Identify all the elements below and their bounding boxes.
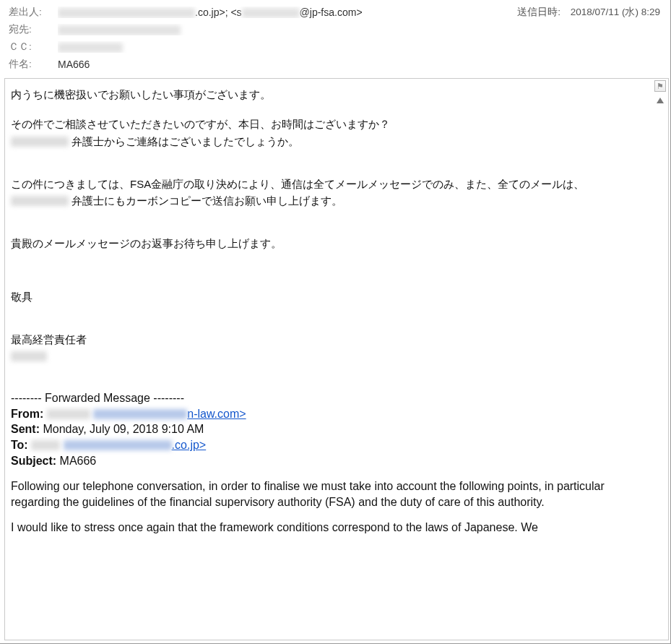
forwarded-body: Following our telephone conversation, in… xyxy=(11,478,645,536)
body-line: 最高経営責任者 xyxy=(11,331,645,348)
subject-label: 件名: xyxy=(9,58,58,71)
sent-block: 送信日時: 2018/07/11 (水) 8:29 xyxy=(517,6,662,19)
cc-value xyxy=(58,41,662,53)
body-line: 内うちに機密扱いでお願いしたい事項がございます。 xyxy=(11,86,645,103)
from-domain-2: @jp-fsa.com> xyxy=(300,7,363,18)
sent-label: 送信日時: xyxy=(517,7,560,17)
body-line: 弁護士にもカーボンコピーで送信お願い申し上げます。 xyxy=(11,192,645,209)
forwarded-subject-line: Subject: MA666 xyxy=(11,453,645,469)
email-body-scroll[interactable]: 内うちに機密扱いでお願いしたい事項がございます。 その件でご相談させていただきた… xyxy=(5,79,652,640)
forwarded-to-line: To: .co.jp> xyxy=(11,437,645,453)
body-line: 敬具 xyxy=(11,288,645,305)
forwarded-from-link[interactable]: n-law.com> xyxy=(93,408,246,420)
email-body-text: 内うちに機密扱いでお願いしたい事項がございます。 その件でご相談させていただきた… xyxy=(11,86,645,536)
body-line: 弁護士からご連絡はございましたでしょうか。 xyxy=(11,133,645,150)
scroll-up-icon[interactable] xyxy=(657,98,664,103)
forwarded-sent-line: Sent: Monday, July 09, 2018 9:10 AM xyxy=(11,421,645,437)
body-line: この件につきましては、FSA金融庁の取り決めにより、通信は全てメールメッセージで… xyxy=(11,176,645,192)
email-window: 差出人: .co.jp>; <s@jp-fsa.com> 送信日時: 2018/… xyxy=(0,0,671,644)
subject-value: MA666 xyxy=(58,59,662,70)
body-line: その件でご相談させていただきたいのですが、本日、お時間はございますか？ xyxy=(11,116,645,132)
forwarded-divider: -------- Forwarded Message -------- xyxy=(11,390,645,406)
to-label: 宛先: xyxy=(9,23,58,36)
email-body-panel: ⚑ 内うちに機密扱いでお願いしたい事項がございます。 その件でご相談させていただ… xyxy=(4,78,669,640)
email-header: 差出人: .co.jp>; <s@jp-fsa.com> 送信日時: 2018/… xyxy=(0,0,670,75)
forwarded-body-p1: Following our telephone conversation, in… xyxy=(11,478,645,510)
forwarded-header: -------- Forwarded Message -------- From… xyxy=(11,390,645,468)
from-domain-1: .co.jp>; <s xyxy=(195,7,242,18)
cc-label: ＣＣ: xyxy=(9,40,58,53)
body-line xyxy=(11,348,645,364)
forwarded-from-line: From: n-law.com> xyxy=(11,406,645,422)
sent-value: 2018/07/11 (水) 8:29 xyxy=(571,7,660,17)
from-label: 差出人: xyxy=(9,6,58,19)
to-value xyxy=(58,24,662,35)
forwarded-to-link[interactable]: .co.jp> xyxy=(64,439,207,451)
forwarded-body-p2: I would like to stress once again that t… xyxy=(11,520,645,536)
body-line: 貴殿のメールメッセージのお返事お待ち申し上げます。 xyxy=(11,235,645,252)
from-value: .co.jp>; <s@jp-fsa.com> xyxy=(58,7,517,18)
followup-flag-icon[interactable]: ⚑ xyxy=(654,80,666,92)
